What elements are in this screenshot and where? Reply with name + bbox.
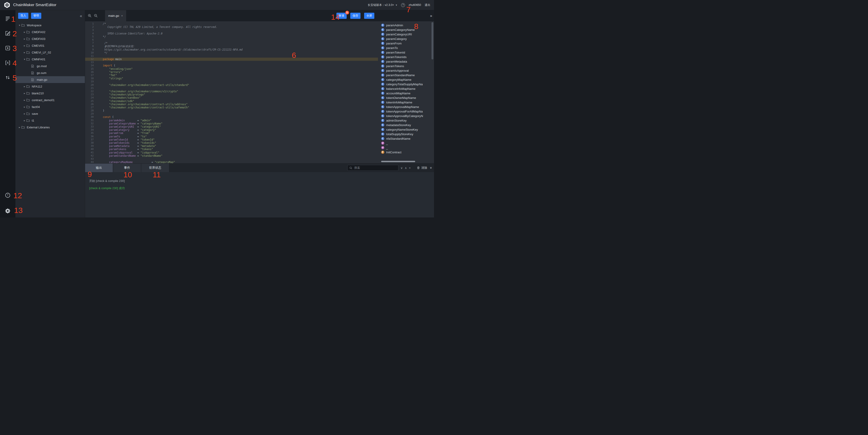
- tree-item-go-mod[interactable]: go.mod: [16, 63, 85, 69]
- outline-item-tokenapprovalbycategoryn[interactable]: CtokenApprovalByCategoryN: [381, 114, 434, 118]
- outline-item-metadatastorekey[interactable]: CmetadataStoreKey: [381, 123, 434, 127]
- code-line-23[interactable]: 23 "chainmaker/pb/protogo": [85, 93, 378, 96]
- code-line-38[interactable]: 38 paramTokenIds = "tokenIds": [85, 141, 378, 145]
- tree-item-nfa112[interactable]: ▸NFA112: [16, 83, 85, 90]
- code-line-25[interactable]: 25 "chainmaker/sdk": [85, 99, 378, 103]
- run-icon[interactable]: [5, 45, 11, 51]
- code-line-39[interactable]: 39 paramMetadata = "metadata": [85, 145, 378, 148]
- manage-button[interactable]: 管理: [31, 13, 41, 19]
- outline-item-paramcategory[interactable]: CparamCategory: [381, 36, 434, 41]
- code-line-28[interactable]: 28): [85, 109, 378, 112]
- search-box[interactable]: [347, 165, 398, 171]
- code-line-40[interactable]: 40 paramTokens = "tokens": [85, 148, 378, 151]
- code-line-11[interactable]: 11: [85, 55, 378, 58]
- help-circle-icon[interactable]: ?: [5, 192, 11, 198]
- outline-item-initcontract[interactable]: FInitContract: [381, 150, 434, 154]
- code-line-7[interactable]: 7 /*: [85, 41, 378, 45]
- code-line-44[interactable]: 44 categoryMapName = "categoryMap": [85, 161, 378, 163]
- outline-item-paramstandardname[interactable]: CparamStandardName: [381, 73, 434, 77]
- import-button[interactable]: 导入: [18, 13, 28, 19]
- editor-icon[interactable]: [5, 30, 11, 36]
- outline-horizontal-scrollbar[interactable]: [381, 161, 415, 162]
- tree-item-contract-demo01[interactable]: ▸contract_demo01: [16, 97, 85, 103]
- code-line-5[interactable]: 5*/: [85, 35, 378, 38]
- chevron-right-icon[interactable]: ▸: [23, 31, 26, 34]
- find-next-icon[interactable]: ∨: [400, 166, 403, 169]
- zoom-in-icon[interactable]: [88, 14, 92, 18]
- outline-item-balanceinfomapname[interactable]: CbalanceInfoMapName: [381, 86, 434, 91]
- tree-item-t1[interactable]: ▸t1: [16, 117, 85, 124]
- tree-item-cmevi01[interactable]: ▸CMEVI01: [16, 42, 85, 49]
- code-line-35[interactable]: 35 paramFrom = "from": [85, 131, 378, 135]
- tree-item-fact04[interactable]: ▸fact04: [16, 103, 85, 110]
- zoom-out-icon[interactable]: [94, 14, 98, 18]
- outline-item-categorynamestorekey[interactable]: CcategoryNameStoreKey: [381, 127, 434, 132]
- code-line-13[interactable]: 13: [85, 61, 378, 64]
- code-line-37[interactable]: 37 paramTokenId = "tokenId": [85, 138, 378, 141]
- code-line-9[interactable]: 9 https://git.chainmaker.org.cn/contract…: [85, 48, 378, 51]
- outline-item-paramisapproval[interactable]: CparamIsApproval: [381, 68, 434, 73]
- chevron-right-icon[interactable]: ▸: [23, 99, 26, 102]
- tree-item-cmdfa02[interactable]: ▸CMDFA02: [16, 29, 85, 35]
- code-line-33[interactable]: 33 paramCategoryURI = "categoryURI": [85, 125, 378, 128]
- tree-item-cmdfa03[interactable]: ▸CMDFA03: [16, 35, 85, 42]
- close-tab-icon[interactable]: ×: [121, 14, 123, 18]
- code-line-43[interactable]: 43: [85, 157, 378, 161]
- outline-item-item[interactable]: V_: [381, 145, 434, 150]
- help-icon[interactable]: ?: [401, 3, 405, 7]
- tree-item-go-sum[interactable]: go.sum: [16, 69, 85, 76]
- tree-item-blank210[interactable]: ▸blank210: [16, 90, 85, 97]
- outline-item-tokeninfomapname[interactable]: CtokenInfoMapName: [381, 100, 434, 104]
- code-line-10[interactable]: 10 */: [85, 51, 378, 55]
- code-line-8[interactable]: 8 参照CMNFA合约标准实现:: [85, 45, 378, 48]
- outline-item-tokenapprovalmapname[interactable]: CtokenApprovalMapName: [381, 104, 434, 109]
- tree-item-cmnfa01[interactable]: ▾CMNFA01: [16, 56, 85, 63]
- code-editor[interactable]: 1/*2 Copyright (C) THL A29 Limited, a Te…: [85, 21, 378, 163]
- collapse-sidebar-icon[interactable]: «: [80, 14, 82, 18]
- transfer-icon[interactable]: [5, 74, 11, 81]
- code-line-6[interactable]: 6: [85, 38, 378, 41]
- outline-item-tokenapprovalforallmapna[interactable]: CtokenApprovalForAllMapNa: [381, 109, 434, 114]
- contracts-icon[interactable]: [5, 15, 11, 22]
- code-line-31[interactable]: 31 paramAdmin = "admin": [85, 119, 378, 122]
- chevron-right-icon[interactable]: ▸: [23, 112, 26, 115]
- settings-gear-icon[interactable]: [5, 208, 11, 214]
- code-line-15[interactable]: 15 "encoding/json": [85, 67, 378, 70]
- bottom-tab-输出[interactable]: 输出: [85, 163, 113, 172]
- outline-item-categorymapname[interactable]: CcategoryMapName: [381, 77, 434, 82]
- code-line-14[interactable]: 14import (: [85, 64, 378, 67]
- code-line-27[interactable]: 27 "chainmaker.org/chainmaker/contract-u…: [85, 106, 378, 109]
- outline-item-categorytotalsupplymapna[interactable]: CcategoryTotalSupplyMapNa: [381, 82, 434, 86]
- chevron-right-icon[interactable]: ▸: [23, 119, 26, 122]
- code-line-22[interactable]: 22 "chainmaker.org/chainmaker/common/v3/…: [85, 90, 378, 93]
- code-line-19[interactable]: 19: [85, 80, 378, 83]
- code-line-12[interactable]: 12package main: [85, 58, 378, 61]
- code-line-18[interactable]: 18 "strings": [85, 77, 378, 80]
- chevron-right-icon[interactable]: ▸: [23, 92, 26, 95]
- chevron-right-icon[interactable]: ▸: [18, 126, 21, 129]
- outline-item-paramto[interactable]: CparamTo: [381, 45, 434, 50]
- version-selector[interactable]: 长安链版本：v2.3.0+ ▼: [368, 3, 398, 7]
- outline-item-totalsupplystorekey[interactable]: CtotalSupplyStoreKey: [381, 132, 434, 136]
- tree-item-workspace[interactable]: ▾Workspace: [16, 22, 85, 29]
- outline-item-tokenownermapname[interactable]: CtokenOwnerMapName: [381, 95, 434, 100]
- outline-item-parammetadata[interactable]: CparamMetadata: [381, 59, 434, 64]
- username[interactable]: zhu60650: [409, 3, 421, 7]
- chevron-right-icon[interactable]: ▸: [23, 85, 26, 88]
- code-line-2[interactable]: 2 Copyright (C) THL A29 Limited, a Tence…: [85, 25, 378, 29]
- code-line-30[interactable]: 30const (: [85, 116, 378, 119]
- code-line-32[interactable]: 32 paramCategoryName = "categoryName": [85, 122, 378, 125]
- clear-output-button[interactable]: 清除: [417, 166, 427, 170]
- code-line-16[interactable]: 16 "errors": [85, 70, 378, 74]
- code-line-29[interactable]: 29: [85, 112, 378, 116]
- expand-panel-icon[interactable]: »: [430, 10, 432, 21]
- outline-item-accountmapname[interactable]: CaccountMapName: [381, 91, 434, 95]
- code-line-3[interactable]: 3: [85, 29, 378, 32]
- outline-item-paramtokenid[interactable]: CparamTokenId: [381, 50, 434, 55]
- tree-item-main-go[interactable]: main.go: [16, 76, 85, 83]
- outline-item-paramcategoryuri[interactable]: CparamCategoryURI: [381, 32, 434, 36]
- collapse-bottom-panel-icon[interactable]: »: [429, 167, 433, 169]
- code-line-20[interactable]: 20 "chainmaker.org/chainmaker/contract-u…: [85, 84, 378, 87]
- search-input[interactable]: [354, 166, 396, 169]
- code-line-21[interactable]: 21: [85, 87, 378, 90]
